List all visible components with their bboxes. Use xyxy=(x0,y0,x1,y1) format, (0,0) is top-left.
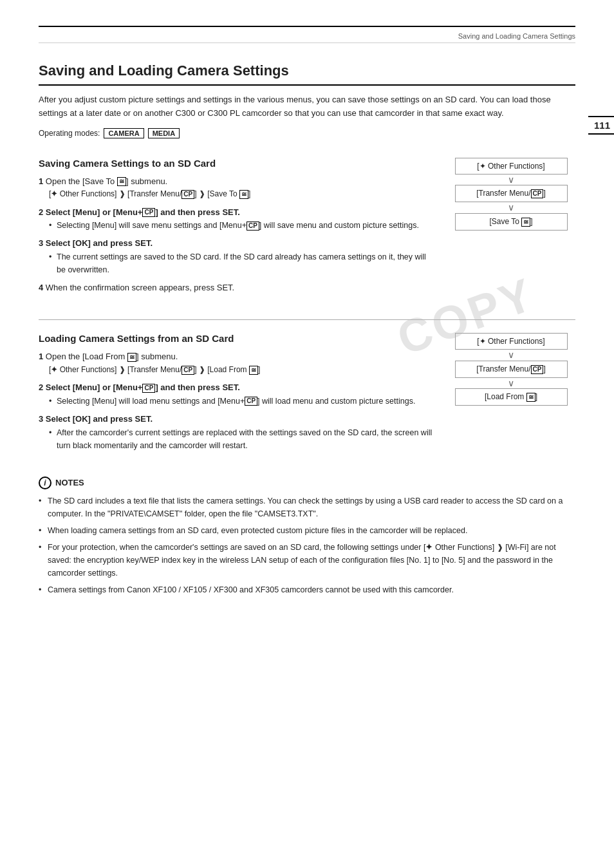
saving-menu-box-2: [Transfer Menu/CP] xyxy=(455,185,568,202)
section-divider xyxy=(39,319,575,320)
note-4: Camera settings from Canon XF100 / XF105… xyxy=(39,583,575,596)
sd-icon-1b: ≅ xyxy=(239,190,248,199)
loading-step-1-path: [✦ Other Functions] ❱ [Transfer Menu/CP]… xyxy=(49,364,434,376)
saving-step-3: 3 Select [OK] and press SET. The current… xyxy=(39,237,434,276)
loading-step-3-bullet: After the camcorder's current settings a… xyxy=(49,426,434,452)
step-1-number: 1 xyxy=(39,176,43,186)
sd-right-1: ≅ xyxy=(521,218,530,227)
notes-header: i NOTES xyxy=(39,476,575,489)
loading-step-3-number: 3 xyxy=(39,414,43,424)
saving-menu-box-3: [Save To ≅] xyxy=(455,213,568,231)
page: Saving and Loading Camera Settings 111 S… xyxy=(0,0,614,639)
cp-right-load-1: CP xyxy=(531,365,544,374)
cp-icon-2: CP xyxy=(142,208,155,217)
info-icon: i xyxy=(39,476,51,489)
cp-icon-load-2b: CP xyxy=(245,397,257,406)
notes-section: i NOTES The SD card includes a text file… xyxy=(39,476,575,596)
loading-menu-box-1: [✦ Other Functions] xyxy=(455,333,568,350)
cp-icon-1: CP xyxy=(181,190,194,199)
step-1-path: [✦ Other Functions] ❱ [Transfer Menu/CP]… xyxy=(49,188,434,200)
saving-menu-box-1: [✦ Other Functions] xyxy=(455,158,568,175)
operating-modes-label: Operating modes: xyxy=(39,129,100,138)
top-rule xyxy=(39,26,575,27)
saving-step-2: 2 Select [Menu] or [Menu+CP] and then pr… xyxy=(39,206,434,232)
note-1: The SD card includes a text file that li… xyxy=(39,495,575,520)
sd-right-load-1: ≅ xyxy=(526,393,535,402)
loading-step-2-number: 2 xyxy=(39,382,43,392)
saving-arrow-2: ∨ xyxy=(508,202,514,213)
saving-menu-boxes: [✦ Other Functions] ∨ [Transfer Menu/CP]… xyxy=(447,158,575,231)
camera-mode-badge: CAMERA xyxy=(104,128,144,138)
note-3: For your protection, when the camcorder'… xyxy=(39,541,575,580)
cp-icon-2b: CP xyxy=(247,222,259,231)
page-title: Saving and Loading Camera Settings xyxy=(39,62,575,86)
loading-section: Loading Camera Settings from an SD Card … xyxy=(39,333,575,457)
page-number: 111 xyxy=(588,116,614,135)
loading-section-left: Loading Camera Settings from an SD Card … xyxy=(39,333,434,457)
loading-step-2: 2 Select [Menu] or [Menu+CP] and then pr… xyxy=(39,381,434,408)
loading-step-1-number: 1 xyxy=(39,352,43,361)
saving-step-1: 1 Open the [Save To ≅] submenu. [✦ Other… xyxy=(39,175,434,201)
saving-section-left: Saving Camera Settings to an SD Card 1 O… xyxy=(39,158,434,300)
saving-step-3-bullet: The current settings are saved to the SD… xyxy=(49,250,434,276)
loading-arrow-2: ∨ xyxy=(508,378,514,389)
saving-step-4: 4 When the confirmation screen appears, … xyxy=(39,281,434,295)
note-2: When loading camera settings from an SD … xyxy=(39,524,575,537)
loading-section-right: [✦ Other Functions] ∨ [Transfer Menu/CP]… xyxy=(447,333,575,457)
saving-step-2-bullet: Selecting [Menu] will save menu settings… xyxy=(49,219,434,232)
loading-section-title: Loading Camera Settings from an SD Card xyxy=(39,333,434,344)
notes-label: NOTES xyxy=(55,478,84,487)
loading-step-2-bullet: Selecting [Menu] will load menu settings… xyxy=(49,395,434,408)
loading-menu-boxes: [✦ Other Functions] ∨ [Transfer Menu/CP]… xyxy=(447,333,575,406)
loading-step-3: 3 Select [OK] and press SET. After the c… xyxy=(39,413,434,452)
step-4-number: 4 xyxy=(39,283,43,292)
saving-section-title: Saving Camera Settings to an SD Card xyxy=(39,158,434,169)
cp-icon-load-2: CP xyxy=(142,384,155,393)
saving-section: Saving Camera Settings to an SD Card 1 O… xyxy=(39,158,575,300)
sd-icon-load-1: ≅ xyxy=(127,353,136,362)
media-mode-badge: MEDIA xyxy=(148,128,180,138)
saving-arrow-1: ∨ xyxy=(508,175,514,185)
step-2-number: 2 xyxy=(39,207,43,217)
header-line: Saving and Loading Camera Settings xyxy=(39,32,575,43)
loading-menu-box-2: [Transfer Menu/CP] xyxy=(455,361,568,378)
cp-right-1: CP xyxy=(531,189,544,198)
step-3-number: 3 xyxy=(39,238,43,248)
sd-icon-load-1b: ≅ xyxy=(249,366,258,375)
loading-step-1: 1 Open the [Load From ≅] submenu. [✦ Oth… xyxy=(39,350,434,376)
loading-menu-box-3: [Load From ≅] xyxy=(455,388,568,406)
sd-icon-1: ≅ xyxy=(117,177,126,186)
cp-icon-load-1: CP xyxy=(181,366,194,375)
loading-arrow-1: ∨ xyxy=(508,350,514,361)
saving-section-right: [✦ Other Functions] ∨ [Transfer Menu/CP]… xyxy=(447,158,575,300)
operating-modes: Operating modes: CAMERA MEDIA xyxy=(39,128,575,138)
intro-text: After you adjust custom picture settings… xyxy=(39,93,575,120)
